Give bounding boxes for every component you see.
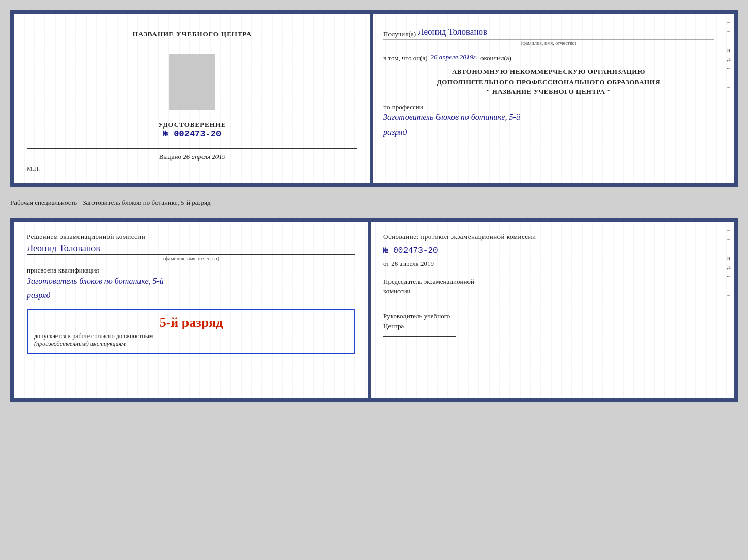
chairman-label2: комиссии [383, 286, 712, 296]
dash: – [709, 30, 714, 38]
stamp-dopusk3: (производственным) инструкциям [34, 340, 126, 347]
annotation-text: Рабочая специальность - Заготовитель бло… [10, 196, 738, 210]
vydano-block: Выдано 26 апреля 2019 [159, 153, 226, 161]
resheniem-block: Решением экзаменационной комиссии [27, 233, 355, 241]
rukavod-sign-line [383, 336, 456, 337]
razryad-cursive: разряд [383, 127, 714, 138]
recipient-sub: (фамилия, имя, отчество) [383, 39, 714, 46]
doc1-right: Получил(а) Леонид Толованов – (фамилия, … [373, 14, 724, 183]
vtom-date: 26 апреля 2019г. [431, 53, 477, 62]
proto-number: № 002473-20 [383, 246, 712, 255]
qualification-cursive: Заготовитель блоков по ботанике, 5-й [27, 277, 355, 286]
prisvoena-label: присвоена квалификация [27, 266, 99, 274]
org-line1: АВТОНОМНУЮ НЕКОММЕРЧЕСКУЮ ОРГАНИЗАЦИЮ [383, 67, 714, 77]
doc1-left: НАЗВАНИЕ УЧЕБНОГО ЦЕНТРА УДОСТОВЕРЕНИЕ №… [14, 14, 370, 183]
fio-sub-2: (фамилия, имя, отчество) [27, 255, 355, 261]
person-name-2: Леонид Толованов [27, 243, 355, 255]
ot-date: от 26 апреля 2019 [383, 260, 712, 268]
stamp-dopusk2: работе согласно должностным [72, 332, 153, 340]
stamp-dopusk: допускается к работе согласно должностны… [34, 332, 348, 348]
separator-line [27, 148, 357, 149]
vtom-prefix: в том, что он(а) [383, 54, 428, 62]
doc1-training-center-title: НАЗВАНИЕ УЧЕБНОГО ЦЕНТРА [133, 30, 252, 38]
udostoverenie-block: УДОСТОВЕРЕНИЕ № 002473-20 [158, 121, 226, 139]
profession-cursive: Заготовитель блоков по ботанике, 5-й [383, 113, 714, 123]
po-professii-block: по профессии Заготовитель блоков по бота… [383, 103, 714, 138]
vtom-line: в том, что он(а) 26 апреля 2019г. окончи… [383, 53, 714, 62]
org-line3: " НАЗВАНИЕ УЧЕБНОГО ЦЕНТРА " [383, 87, 714, 97]
right-spine: – – – и ,а ← – – – – [724, 14, 734, 183]
po-professii-label: по профессии [383, 103, 423, 111]
vydano-date: 26 апреля 2019 [183, 153, 225, 161]
doc2-right-spine: – – – и ,а ← – – – – [724, 222, 734, 398]
stamp-dopusk1: допускается к [34, 332, 71, 340]
chairman-block: Председатель экзаменационной комиссии [383, 277, 712, 301]
ot-prefix: от [383, 260, 389, 267]
org-block: АВТОНОМНУЮ НЕКОММЕРЧЕСКУЮ ОРГАНИЗАЦИЮ ДО… [383, 67, 714, 97]
osnovanie-block: Основание: протокол экзаменационной коми… [383, 233, 712, 241]
recipient-line: Получил(а) Леонид Толованов – [383, 27, 714, 38]
ot-date-val: 26 апреля 2019 [391, 260, 434, 267]
rukavod-label2: Центра [383, 322, 712, 331]
mp-label: М.П. [27, 165, 40, 173]
doc2-left: Решением экзаменационной комиссии Леонид… [14, 222, 368, 398]
page-wrapper: НАЗВАНИЕ УЧЕБНОГО ЦЕНТРА УДОСТОВЕРЕНИЕ №… [10, 10, 738, 402]
photo-placeholder [169, 54, 215, 110]
stamp-box: 5-й разряд допускается к работе согласно… [27, 309, 355, 354]
document-2: Решением экзаменационной комиссии Леонид… [10, 218, 738, 402]
chairman-label1: Председатель экзаменационной [383, 277, 712, 286]
recipient-name: Леонид Толованов [418, 27, 707, 38]
rukavod-label1: Руководитель учебного [383, 312, 712, 321]
doc2-right: Основание: протокол экзаменационной коми… [371, 222, 724, 398]
prisvoena-block: присвоена квалификация Заготовитель блок… [27, 266, 355, 301]
org-line2: ДОПОЛНИТЕЛЬНОГО ПРОФЕССИОНАЛЬНОГО ОБРАЗО… [383, 77, 714, 87]
poluchil-prefix: Получил(а) [383, 30, 416, 38]
stamp-rank: 5-й разряд [34, 315, 348, 330]
chairman-sign-line [383, 301, 456, 301]
okonchil: окончил(а) [480, 54, 511, 62]
document-1: НАЗВАНИЕ УЧЕБНОГО ЦЕНТРА УДОСТОВЕРЕНИЕ №… [10, 10, 738, 187]
vydano-label: Выдано [159, 153, 181, 161]
razryad2-cursive: разряд [27, 291, 355, 301]
udostoverenie-number: № 002473-20 [158, 129, 226, 139]
udostoverenie-label: УДОСТОВЕРЕНИЕ [158, 121, 226, 129]
rukavod-block: Руководитель учебного Центра [383, 312, 712, 336]
